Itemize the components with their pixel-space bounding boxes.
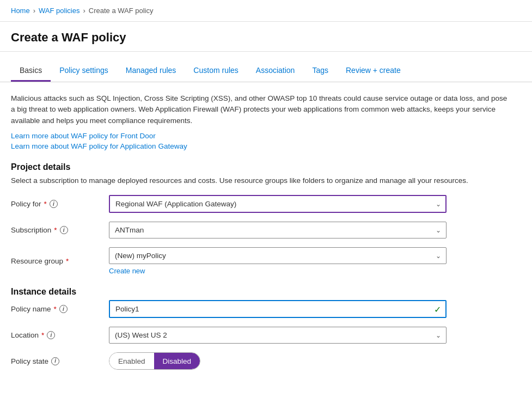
tab-review-create[interactable]: Review + create: [337, 60, 409, 82]
policy-name-input-wrapper: ✓: [109, 300, 447, 318]
label-policy-for: Policy for * i: [11, 200, 109, 208]
tab-basics[interactable]: Basics: [11, 60, 51, 82]
policy-for-select-wrapper: Regional WAF (Application Gateway) Globa…: [109, 195, 447, 213]
toggle-pill: Enabled Disabled: [109, 352, 200, 370]
form-row-policy-name: Policy name * i ✓: [11, 300, 512, 318]
location-select[interactable]: (US) West US 2: [109, 327, 447, 344]
tab-custom-rules[interactable]: Custom rules: [185, 60, 247, 82]
location-control: (US) West US 2 ⌄: [109, 327, 447, 344]
info-icon-location[interactable]: i: [47, 331, 55, 339]
resource-group-select-wrapper: (New) myPolicy ⌄: [109, 247, 447, 264]
breadcrumb-sep-2: ›: [83, 7, 85, 15]
breadcrumb-sep-1: ›: [33, 7, 35, 15]
instance-details-title: Instance details: [11, 287, 512, 297]
breadcrumb-waf-policies[interactable]: WAF policies: [39, 7, 80, 15]
required-star-location: *: [41, 331, 44, 339]
policy-name-control: ✓: [109, 300, 447, 318]
toggle-enabled[interactable]: Enabled: [109, 353, 154, 369]
learn-link-app-gateway[interactable]: Learn more about WAF policy for Applicat…: [11, 142, 512, 150]
label-policy-name: Policy name * i: [11, 305, 109, 313]
info-icon-policy-name[interactable]: i: [59, 305, 68, 313]
form-row-policy-for: Policy for * i Regional WAF (Application…: [11, 195, 512, 213]
policy-state-control: Enabled Disabled: [109, 352, 447, 370]
breadcrumb-current: Create a WAF policy: [89, 7, 154, 15]
page-title: Create a WAF policy: [11, 30, 521, 45]
breadcrumb: Home › WAF policies › Create a WAF polic…: [0, 0, 532, 22]
label-location: Location * i: [11, 331, 109, 339]
policy-for-select[interactable]: Regional WAF (Application Gateway) Globa…: [109, 195, 447, 213]
policy-for-control: Regional WAF (Application Gateway) Globa…: [109, 195, 447, 213]
form-row-subscription: Subscription * i ANTman ⌄: [11, 222, 512, 238]
subscription-select[interactable]: ANTman: [109, 222, 447, 238]
tab-managed-rules[interactable]: Managed rules: [117, 60, 185, 82]
learn-link-front-door[interactable]: Learn more about WAF policy for Front Do…: [11, 132, 512, 140]
subscription-control: ANTman ⌄: [109, 222, 447, 238]
resource-group-select[interactable]: (New) myPolicy: [109, 247, 447, 264]
toggle-disabled[interactable]: Disabled: [154, 353, 200, 369]
tab-tags[interactable]: Tags: [303, 60, 337, 82]
project-details-title: Project details: [11, 162, 512, 172]
tab-policy-settings[interactable]: Policy settings: [51, 60, 117, 82]
location-select-wrapper: (US) West US 2 ⌄: [109, 327, 447, 344]
description-text: Malicious attacks such as SQL Injection,…: [11, 93, 512, 126]
breadcrumb-home[interactable]: Home: [11, 7, 30, 15]
form-row-location: Location * i (US) West US 2 ⌄: [11, 327, 512, 344]
policy-state-toggle: Enabled Disabled: [109, 352, 447, 370]
policy-name-input[interactable]: [109, 300, 447, 318]
required-star-policy-name: *: [54, 305, 57, 313]
required-star-policy-for: *: [44, 200, 47, 208]
page-header: Create a WAF policy: [0, 22, 532, 52]
content-area: Malicious attacks such as SQL Injection,…: [0, 82, 523, 389]
required-star-subscription: *: [54, 226, 57, 234]
create-new-link[interactable]: Create new: [109, 267, 447, 275]
subscription-select-wrapper: ANTman ⌄: [109, 222, 447, 238]
resource-group-control: (New) myPolicy ⌄ Create new: [109, 247, 447, 275]
policy-name-check-icon: ✓: [434, 304, 441, 314]
label-resource-group: Resource group *: [11, 257, 109, 265]
tabs-nav: Basics Policy settings Managed rules Cus…: [0, 60, 532, 82]
info-icon-subscription[interactable]: i: [60, 226, 68, 234]
info-icon-policy-for[interactable]: i: [50, 200, 58, 208]
tab-association[interactable]: Association: [247, 60, 304, 82]
info-icon-policy-state[interactable]: i: [51, 357, 59, 365]
label-policy-state: Policy state i: [11, 357, 109, 365]
label-subscription: Subscription * i: [11, 226, 109, 234]
project-details-desc: Select a subscription to manage deployed…: [11, 175, 512, 186]
form-row-policy-state: Policy state i Enabled Disabled: [11, 352, 512, 370]
required-star-resource-group: *: [66, 257, 69, 265]
form-row-resource-group: Resource group * (New) myPolicy ⌄ Create…: [11, 247, 512, 275]
